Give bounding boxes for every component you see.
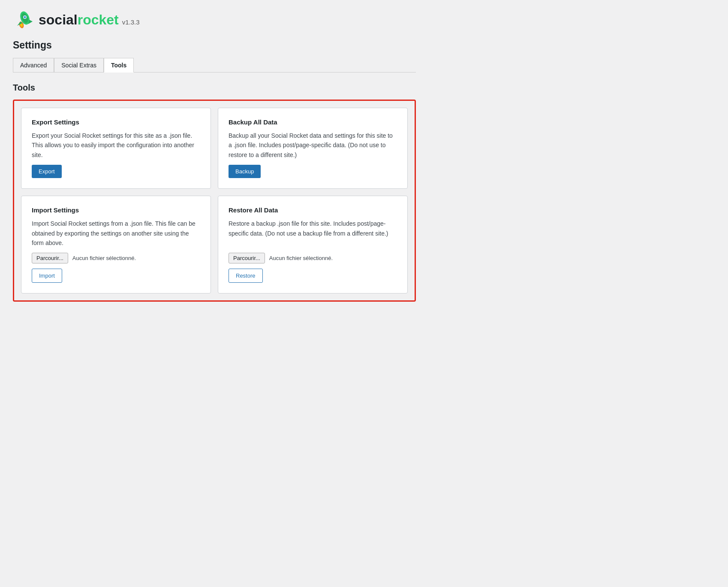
backup-button[interactable]: Backup: [229, 165, 261, 178]
logo-rocket: rocket: [78, 12, 119, 27]
export-button[interactable]: Export: [32, 165, 62, 178]
backup-all-data-card: Backup All Data Backup all your Social R…: [218, 108, 408, 189]
import-file-input-row: Parcourir... Aucun fichier sélectionné.: [32, 253, 200, 263]
backup-all-data-title: Backup All Data: [229, 118, 397, 126]
tab-social-extras[interactable]: Social Extras: [54, 58, 104, 73]
svg-point-5: [24, 16, 26, 18]
restore-all-data-desc: Restore a backup .json file for this sit…: [229, 219, 397, 248]
section-title: Tools: [13, 83, 416, 93]
export-settings-card: Export Settings Export your Social Rocke…: [21, 108, 211, 189]
restore-button[interactable]: Restore: [229, 269, 263, 283]
logo-social: social: [39, 12, 78, 27]
export-settings-title: Export Settings: [32, 118, 200, 126]
tab-advanced[interactable]: Advanced: [13, 58, 54, 73]
restore-browse-button[interactable]: Parcourir...: [229, 253, 265, 263]
restore-all-data-card: Restore All Data Restore a backup .json …: [218, 196, 408, 294]
tab-tools[interactable]: Tools: [104, 58, 134, 73]
export-settings-desc: Export your Social Rocket settings for t…: [32, 131, 200, 160]
import-browse-button[interactable]: Parcourir...: [32, 253, 68, 263]
tools-grid: Export Settings Export your Social Rocke…: [21, 108, 408, 294]
tabs-container: Advanced Social Extras Tools: [13, 58, 416, 73]
tools-outer-container: Export Settings Export your Social Rocke…: [13, 100, 416, 302]
restore-file-input-row: Parcourir... Aucun fichier sélectionné.: [229, 253, 397, 263]
import-settings-title: Import Settings: [32, 206, 200, 214]
import-no-file-label: Aucun fichier sélectionné.: [72, 255, 136, 261]
import-button[interactable]: Import: [32, 269, 62, 283]
import-settings-desc: Import Social Rocket settings from a .js…: [32, 219, 200, 248]
logo-version: v1.3.3: [122, 18, 140, 26]
import-settings-card: Import Settings Import Social Rocket set…: [21, 196, 211, 294]
rocket-icon: [13, 9, 35, 31]
logo-area: socialrocket v1.3.3: [13, 9, 416, 31]
restore-no-file-label: Aucun fichier sélectionné.: [269, 255, 333, 261]
page-title: Settings: [13, 39, 416, 51]
logo-brand: socialrocket v1.3.3: [39, 12, 140, 28]
restore-all-data-title: Restore All Data: [229, 206, 397, 214]
backup-all-data-desc: Backup all your Social Rocket data and s…: [229, 131, 397, 160]
